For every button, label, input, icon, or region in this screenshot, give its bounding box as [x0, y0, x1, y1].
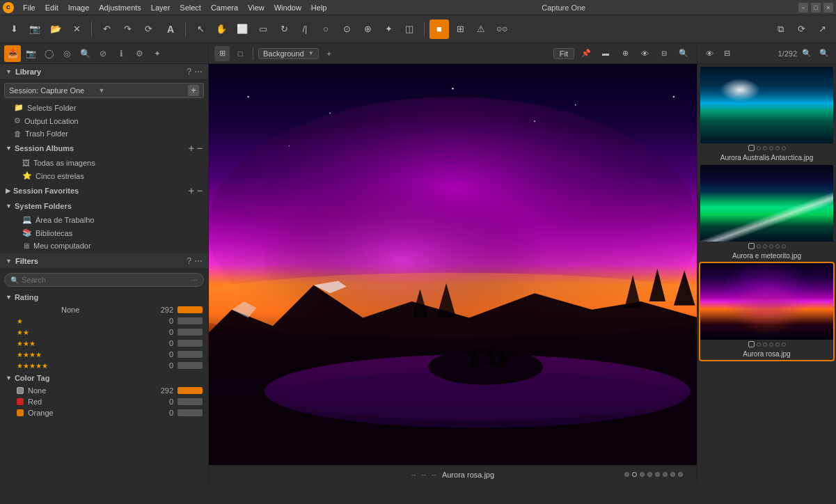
tab-circle[interactable]: ◯ [40, 45, 57, 62]
menu-layer[interactable]: Layer [146, 2, 175, 13]
tab-star[interactable]: ✦ [149, 45, 166, 62]
color-tag-header[interactable]: ▼ Color Tag [0, 371, 208, 385]
library-menu-icon[interactable]: ⋯ [194, 67, 203, 77]
heal-tool[interactable]: ✦ [379, 19, 398, 39]
thumbnail-item-2[interactable]: Aurora e meteorito.jpg [700, 165, 833, 262]
menu-help[interactable]: Help [306, 2, 332, 13]
menu-file[interactable]: File [18, 2, 40, 13]
focus-button[interactable]: ⊕ [617, 46, 633, 61]
minimize-button[interactable]: − [798, 3, 808, 13]
session-favorites-header[interactable]: ▶ Session Favorites + − [0, 182, 208, 199]
cinco-estrelas-item[interactable]: ⭐ Cinco estrelas [0, 169, 208, 182]
session-albums-minus-icon[interactable]: − [197, 143, 203, 154]
mid1-nav-btn[interactable]: -- [422, 471, 427, 478]
library-header[interactable]: ▼ Library ? ⋯ [0, 64, 208, 80]
fit-button[interactable]: Fit [553, 48, 574, 59]
image-dot-1[interactable] [632, 472, 637, 477]
menu-image[interactable]: Image [63, 2, 95, 13]
filters-menu-icon[interactable]: ⋯ [194, 256, 203, 266]
menu-view[interactable]: View [243, 2, 269, 13]
thumb1-dot5[interactable] [782, 146, 786, 150]
loupe-button[interactable]: ⊙⊙ [492, 19, 512, 39]
thumb3-dot4[interactable] [775, 342, 780, 347]
output-location-item[interactable]: ⚙ Output Location [0, 114, 208, 127]
search-viewer-button[interactable]: 🔍 [676, 46, 691, 61]
open-button[interactable]: 📂 [46, 19, 65, 39]
session-add-button[interactable]: + [188, 85, 199, 96]
cursor-tool[interactable]: ↖ [191, 19, 210, 39]
fullscreen-button[interactable]: ↗ [812, 19, 832, 39]
todas-as-imagens-item[interactable]: 🖼 Todas as imagens [0, 157, 208, 169]
image-dot-5[interactable] [663, 472, 668, 477]
trash-folder-item[interactable]: 🗑 Trash Folder [0, 127, 208, 140]
filters-header[interactable]: ▼ Filters ? ⋯ [0, 253, 208, 269]
filters-help-icon[interactable]: ? [187, 256, 191, 266]
maximize-button[interactable]: □ [811, 3, 821, 13]
pin-button[interactable]: 📌 [578, 46, 594, 61]
thumb1-dot3[interactable] [769, 146, 773, 150]
session-albums-add-icon[interactable]: + [189, 143, 194, 154]
thumb2-dot3[interactable] [769, 244, 773, 249]
grid-button[interactable]: ⊞ [450, 19, 470, 39]
thumb2-dot2[interactable] [763, 244, 767, 249]
rp-columns-button[interactable]: ⊟ [719, 46, 734, 61]
text-button[interactable]: A [161, 19, 180, 39]
thumb1-dot2[interactable] [763, 146, 767, 150]
thumbnail-item-1[interactable]: Aurora Australis Antarctica.jpg [700, 67, 833, 164]
rotate-tool[interactable]: ↻ [274, 19, 294, 39]
menu-window[interactable]: Window [269, 2, 306, 13]
thumb2-dot1[interactable] [757, 244, 761, 249]
system-folders-header[interactable]: ▼ System Folders [0, 199, 208, 213]
sync-button[interactable]: ⟳ [791, 19, 811, 39]
image-dot-7[interactable] [678, 472, 683, 477]
meu-computador-item[interactable]: 🖥 Meu computador [0, 239, 208, 252]
close-button[interactable]: × [823, 3, 833, 13]
library-help-icon[interactable]: ? [187, 67, 191, 77]
eye-button[interactable]: 👁 [637, 46, 652, 61]
menu-camera[interactable]: Camera [206, 2, 243, 13]
transform-tool[interactable]: ▭ [253, 19, 273, 39]
image-viewer[interactable] [209, 64, 697, 465]
thumb1-dot4[interactable] [775, 146, 780, 150]
spot-tool[interactable]: ⊙ [337, 19, 356, 39]
image-dot-4[interactable] [655, 472, 660, 477]
thumb2-dot4[interactable] [775, 244, 780, 249]
rp-search-button[interactable]: 🔍 [817, 46, 832, 61]
thumb2-dot5[interactable] [782, 244, 786, 249]
prev-nav-btn[interactable]: -- [411, 471, 416, 478]
menu-select[interactable]: Select [175, 2, 206, 13]
mid2-nav-btn[interactable]: -- [432, 471, 436, 478]
grid-view-button[interactable]: ⊞ [214, 46, 230, 61]
tab-camera[interactable]: 📷 [22, 45, 39, 62]
cancel-button[interactable]: ✕ [67, 19, 86, 39]
thumb3-dot1[interactable] [757, 342, 761, 347]
tab-person[interactable]: ◎ [58, 45, 75, 62]
search-options-icon[interactable]: ⋯ [191, 276, 198, 284]
erase-tool[interactable]: ◫ [400, 19, 419, 39]
tab-search[interactable]: 🔍 [77, 45, 93, 62]
rp-zoom-button[interactable]: 🔍 [799, 46, 814, 61]
thumb1-dot1[interactable] [757, 146, 761, 150]
image-dot-3[interactable] [647, 472, 652, 477]
rp-eye-button[interactable]: 👁 [702, 46, 717, 61]
ellipse-tool[interactable]: ○ [316, 19, 336, 39]
select-rect-tool[interactable]: ⬜ [232, 19, 252, 39]
session-albums-header[interactable]: ▼ Session Albums + − [0, 140, 208, 157]
tab-tag[interactable]: ⊘ [95, 45, 111, 62]
menu-edit[interactable]: Edit [40, 2, 63, 13]
rating-header[interactable]: ▼ Rating [0, 290, 208, 304]
add-viewer-button[interactable]: + [322, 46, 337, 61]
battery-button[interactable]: ▬ [598, 46, 613, 61]
search-input[interactable] [22, 276, 191, 284]
import-button[interactable]: ⬇ [4, 19, 24, 39]
thumbnail-item-3[interactable]: Aurora rosa.jpg [700, 263, 833, 360]
thumb3-dot3[interactable] [769, 342, 773, 347]
tab-library[interactable]: 📥 [4, 45, 21, 62]
tab-settings[interactable]: ⚙ [131, 45, 148, 62]
warning-button[interactable]: ⚠ [471, 19, 491, 39]
undo-all-button[interactable]: ↷ [118, 19, 137, 39]
columns-button[interactable]: ⊟ [656, 46, 672, 61]
bibliotecas-item[interactable]: 📚 Bibliotecas [0, 226, 208, 239]
session-favorites-minus-icon[interactable]: − [197, 185, 203, 196]
capture-button[interactable]: 📷 [25, 19, 45, 39]
